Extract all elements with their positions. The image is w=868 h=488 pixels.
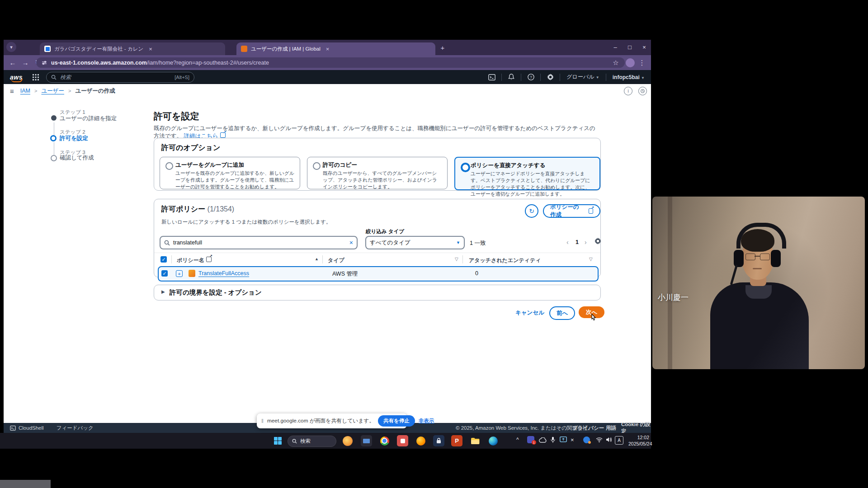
file-explorer-icon[interactable] [469, 435, 481, 446]
app-red-icon[interactable] [397, 435, 408, 446]
terms-link[interactable]: 用語 [606, 425, 616, 432]
glasses-left-lens [745, 253, 755, 260]
url-bar[interactable]: us-east-1.console.aws.amazon.com/iam/hom… [36, 57, 625, 68]
feedback-link[interactable]: フィードバック [57, 425, 94, 432]
minimize-button[interactable]: – [609, 42, 622, 52]
taskbar-clock[interactable]: 12:02 2025/05/24 [628, 435, 649, 447]
column-type[interactable]: タイプ [328, 257, 344, 264]
table-preferences-gear-icon[interactable] [594, 238, 601, 244]
browser-tab-calendar[interactable]: ガラパゴスタディー有限会社 - カレン × [40, 42, 225, 55]
permissions-boundary-card[interactable]: ▶ 許可の境界を設定 - オプション [154, 285, 601, 300]
volume-icon[interactable] [606, 437, 612, 442]
option-title: ユーザーをグループに追加 [175, 161, 294, 169]
messaging-dot-icon[interactable] [583, 436, 590, 445]
sort-asc-icon[interactable]: ▲ [315, 257, 319, 261]
step-2-title[interactable]: 許可を設定 [60, 135, 88, 142]
pagination-prev[interactable]: ‹ [566, 239, 569, 246]
previous-button[interactable]: 前へ [549, 306, 575, 320]
share-message: meet.google.com が画面を共有しています。 [267, 418, 374, 425]
radio-unselected[interactable] [165, 162, 173, 170]
taskbar-search-box[interactable]: 検索 [288, 436, 336, 447]
page-title: 許可を設定 [154, 110, 199, 122]
tab-search-button[interactable]: ▾ [6, 42, 16, 52]
option-copy-permissions[interactable]: 許可のコピー 既存のユーザーから、すべてのグループメンバーシップ、アタッチされた… [307, 157, 448, 189]
chrome-icon[interactable] [379, 435, 390, 446]
policy-table-row[interactable]: ✓ + TranslateFullAccess AWS 管理 0 [158, 266, 599, 282]
option-add-to-group[interactable]: ユーザーをグループに追加 ユーザーを既存のグループに追加するか、新しいグループを… [160, 157, 300, 189]
column-attached-entities[interactable]: アタッチされたエンティティ [469, 257, 541, 264]
pagination-next[interactable]: › [585, 239, 587, 246]
breadcrumb-users-link[interactable]: ユーザー [41, 87, 64, 95]
wifi-icon[interactable] [596, 437, 603, 442]
clear-search-icon[interactable]: × [349, 239, 353, 246]
account-menu[interactable]: infopc5bai ▼ [613, 74, 645, 80]
tray-close-icon[interactable]: × [571, 436, 574, 443]
monitor-app-icon[interactable] [361, 435, 372, 446]
powerpoint-icon[interactable]: P [451, 435, 462, 446]
services-grid-icon[interactable] [33, 74, 39, 80]
radio-selected[interactable] [461, 163, 470, 172]
browser-tab-iam[interactable]: ユーザーの作成 | IAM | Global × [236, 42, 435, 55]
history-icon[interactable] [638, 87, 647, 95]
expand-row-button[interactable]: + [176, 270, 183, 277]
expand-section-icon[interactable]: ▶ [161, 289, 165, 294]
back-button[interactable]: ← [6, 59, 19, 66]
refresh-button[interactable]: ↻ [525, 204, 538, 218]
notifications-bell-icon[interactable] [505, 74, 517, 80]
close-window-button[interactable]: × [637, 42, 651, 52]
bookmark-star-icon[interactable]: ☆ [609, 59, 622, 67]
cloudshell-footer-button[interactable]: CloudShell [10, 425, 44, 431]
tray-chevron-up-icon[interactable]: ^ [516, 436, 519, 443]
filter-icon[interactable]: ▽ [455, 257, 458, 262]
screen-share-tray-icon[interactable] [560, 436, 567, 443]
stop-sharing-button[interactable]: 共有を停止 [378, 415, 415, 427]
onedrive-cloud-icon[interactable] [539, 437, 547, 443]
info-icon[interactable]: i [624, 87, 632, 95]
filter-value: すべてのタイプ [370, 239, 410, 247]
hamburger-menu-icon[interactable]: ≡ [10, 87, 14, 95]
step-connector [54, 142, 54, 155]
hide-link[interactable]: 非表示 [419, 418, 434, 424]
drag-grip-icon[interactable]: ‖ [261, 418, 264, 424]
region-selector[interactable]: グローバル ▼ [566, 73, 599, 81]
help-icon[interactable]: ? [525, 74, 537, 80]
step-3-title[interactable]: 確認して作成 [60, 154, 94, 162]
select-all-checkbox[interactable]: ✓ [160, 256, 167, 263]
teams-icon[interactable]: 1 [527, 436, 534, 445]
lock-app-icon[interactable] [433, 435, 444, 446]
cancel-button[interactable]: キャンセル [515, 309, 544, 317]
filter-icon[interactable]: ▽ [589, 257, 593, 262]
ime-language-icon[interactable]: A [615, 436, 623, 445]
microphone-icon[interactable] [551, 436, 555, 443]
step-1-title[interactable]: ユーザーの詳細を指定 [60, 115, 117, 122]
external-link-icon [589, 208, 593, 214]
aws-search-input[interactable]: 検索 [Alt+S] [46, 72, 194, 83]
close-icon[interactable]: × [326, 46, 330, 52]
option-attach-policies-directly[interactable]: ポリシーを直接アタッチする ユーザーにマネージドポリシーを直接アタッチします。ベ… [454, 157, 600, 190]
widgets-icon[interactable] [343, 436, 353, 446]
start-button[interactable] [272, 435, 283, 446]
breadcrumb-iam-link[interactable]: IAM [20, 88, 30, 94]
type-filter-dropdown[interactable]: すべてのタイプ ▼ [365, 236, 465, 249]
new-tab-button[interactable]: + [438, 42, 448, 52]
profile-avatar[interactable] [626, 58, 635, 67]
column-policy-name[interactable]: ポリシー名 [177, 257, 212, 264]
plus-icon: + [178, 271, 180, 277]
policy-name-link[interactable]: TranslateFullAccess [198, 270, 249, 277]
firefox-icon[interactable] [415, 435, 426, 446]
browser-menu-button[interactable]: ⋮ [636, 59, 648, 67]
row-checkbox-checked[interactable]: ✓ [161, 270, 168, 277]
settings-gear-icon[interactable] [544, 74, 556, 80]
maximize-button[interactable]: □ [623, 42, 637, 52]
privacy-link[interactable]: プライバシー [572, 425, 604, 432]
radio-unselected[interactable] [313, 162, 321, 170]
close-icon[interactable]: × [149, 46, 152, 52]
pagination-page-1[interactable]: 1 [576, 239, 579, 245]
forward-button[interactable]: → [19, 59, 32, 66]
create-policy-button[interactable]: ポリシーの作成 [543, 204, 600, 218]
policy-search-input[interactable]: translatefull × [160, 236, 358, 249]
edge-icon[interactable] [487, 435, 499, 446]
aws-logo[interactable]: aws [10, 74, 23, 81]
participant-name-label: 小川慶一 [658, 292, 689, 303]
cloudshell-icon[interactable] [486, 74, 498, 80]
